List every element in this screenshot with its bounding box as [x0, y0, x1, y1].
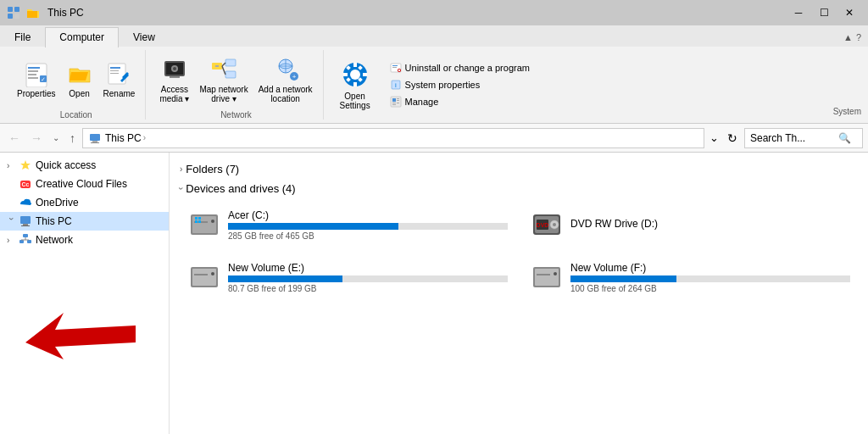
open-settings-label: OpenSettings	[340, 92, 370, 110]
ribbon-spacer	[543, 50, 830, 120]
properties-button[interactable]: ✓ Properties	[14, 58, 59, 100]
system-props-item[interactable]: i System properties	[387, 77, 533, 92]
dvd-icon: DVD	[530, 208, 564, 242]
svg-rect-49	[392, 98, 396, 102]
help-button[interactable]: ?	[856, 32, 861, 42]
svg-rect-77	[195, 220, 198, 223]
close-button[interactable]: ✕	[837, 4, 861, 21]
manage-item[interactable]: Manage	[387, 94, 533, 109]
minimize-button[interactable]: ─	[787, 4, 810, 21]
svg-rect-63	[23, 234, 28, 237]
address-path[interactable]: This PC ›	[82, 128, 704, 148]
drive-f-name: New Volume (F:)	[570, 262, 850, 274]
back-button[interactable]: ←	[5, 130, 24, 147]
svg-rect-12	[110, 67, 120, 69]
sidebar-item-network[interactable]: › Network	[0, 231, 169, 249]
devices-section-header[interactable]: › Devices and drives (4)	[180, 182, 858, 195]
onedrive-icon	[19, 196, 32, 209]
system-props-icon: i	[390, 79, 402, 91]
tab-computer[interactable]: Computer	[45, 27, 119, 47]
drives-grid: Acer (C:) 285 GB free of 465 GB DVD	[180, 202, 858, 300]
drive-c-info: Acer (C:) 285 GB free of 465 GB	[228, 209, 508, 241]
svg-rect-92	[537, 274, 550, 275]
svg-rect-60	[20, 216, 31, 224]
map-network-button[interactable]: Map networkdrive ▾	[196, 54, 251, 105]
rename-icon	[105, 60, 132, 87]
add-network-button[interactable]: + Add a networklocation	[255, 54, 316, 105]
drive-c-bar-bg	[228, 223, 508, 230]
svg-rect-7	[28, 74, 36, 75]
svg-rect-57	[91, 142, 99, 143]
sidebar-item-creative-cloud[interactable]: Cc Creative Cloud Files	[0, 175, 169, 193]
refresh-button[interactable]: ↻	[724, 130, 741, 147]
svg-rect-35	[363, 73, 367, 76]
drive-e-bar-bg	[228, 275, 508, 282]
drive-f-size: 100 GB free of 264 GB	[570, 284, 850, 293]
add-network-icon: +	[272, 56, 299, 83]
tab-view[interactable]: View	[119, 27, 170, 47]
tab-file[interactable]: File	[0, 27, 45, 47]
sidebar-item-quick-access[interactable]: › Quick access	[0, 156, 169, 175]
ribbon-collapse-button[interactable]: ▲	[843, 32, 853, 42]
svg-rect-62	[21, 225, 30, 226]
ribbon-content: ✓ Properties Open	[0, 47, 868, 123]
svg-rect-75	[195, 217, 198, 220]
map-network-icon	[210, 56, 237, 83]
svg-text:Cc: Cc	[22, 181, 30, 187]
drive-e[interactable]: New Volume (E:) 80.7 GB free of 199 GB	[180, 254, 515, 300]
svg-rect-87	[211, 272, 214, 275]
sidebar: › Quick access Cc Creative Cloud Files O…	[0, 153, 170, 434]
drive-c[interactable]: Acer (C:) 285 GB free of 465 GB	[180, 202, 515, 248]
svg-rect-42	[392, 67, 397, 68]
folders-section-header[interactable]: › Folders (7)	[180, 163, 858, 175]
expand-network: ›	[7, 236, 15, 245]
maximize-button[interactable]: ☐	[812, 4, 836, 21]
sidebar-item-onedrive[interactable]: OneDrive	[0, 193, 169, 212]
search-input[interactable]	[750, 132, 835, 144]
svg-point-84	[553, 223, 556, 226]
settings-icon	[340, 59, 370, 90]
qat-icon	[7, 6, 20, 19]
open-button[interactable]: Open	[63, 58, 97, 100]
svg-rect-78	[198, 220, 201, 223]
location-buttons: ✓ Properties Open	[14, 50, 138, 108]
this-pc-label: This PC	[36, 215, 72, 227]
sidebar-item-this-pc[interactable]: › This PC	[0, 212, 169, 231]
network-group-label: Network	[156, 108, 315, 120]
address-dropdown-button[interactable]: ⌄	[708, 130, 721, 146]
drive-f[interactable]: New Volume (F:) 100 GB free of 264 GB	[522, 254, 858, 300]
creative-cloud-label: Creative Cloud Files	[36, 178, 127, 190]
search-box: 🔍	[744, 128, 863, 148]
ribbon-group-location: ✓ Properties Open	[7, 50, 146, 120]
access-media-button[interactable]: Accessmedia ▾	[156, 54, 192, 105]
cc-icon: Cc	[19, 177, 32, 191]
title-text: This PC	[47, 7, 84, 19]
recent-button[interactable]: ⌄	[49, 131, 63, 144]
path-chevron: ›	[143, 133, 146, 142]
svg-line-24	[222, 66, 225, 75]
quick-access-label: Quick access	[36, 159, 96, 171]
svg-rect-33	[353, 82, 357, 86]
access-media-label: Accessmedia ▾	[159, 85, 189, 103]
svg-rect-64	[19, 240, 24, 243]
drive-c-name: Acer (C:)	[228, 209, 508, 221]
svg-rect-53	[397, 103, 399, 103]
open-settings-button[interactable]: OpenSettings	[334, 50, 376, 120]
devices-label: Devices and drives (4)	[186, 182, 295, 195]
uninstall-item[interactable]: Uninstall or change a program	[387, 60, 533, 75]
title-bar: This PC ─ ☐ ✕	[0, 0, 868, 25]
uninstall-label: Uninstall or change a program	[405, 63, 530, 73]
rename-button[interactable]: Rename	[100, 58, 139, 100]
drive-e-info: New Volume (E:) 80.7 GB free of 199 GB	[228, 262, 508, 293]
drive-c-bar-fill	[228, 223, 398, 230]
svg-text:✓: ✓	[41, 76, 46, 82]
path-this-pc: This PC	[105, 132, 142, 144]
drive-d[interactable]: DVD DVD RW Drive (D:)	[522, 202, 858, 248]
network-label: Network	[36, 234, 73, 246]
hdd-icon-c	[187, 208, 221, 242]
star-icon	[19, 159, 32, 172]
ribbon-group-network: Accessmedia ▾ Map networkdrive ▾	[149, 50, 323, 120]
forward-button[interactable]: →	[27, 130, 46, 147]
up-button[interactable]: ↑	[66, 130, 79, 147]
svg-line-22	[222, 63, 225, 66]
